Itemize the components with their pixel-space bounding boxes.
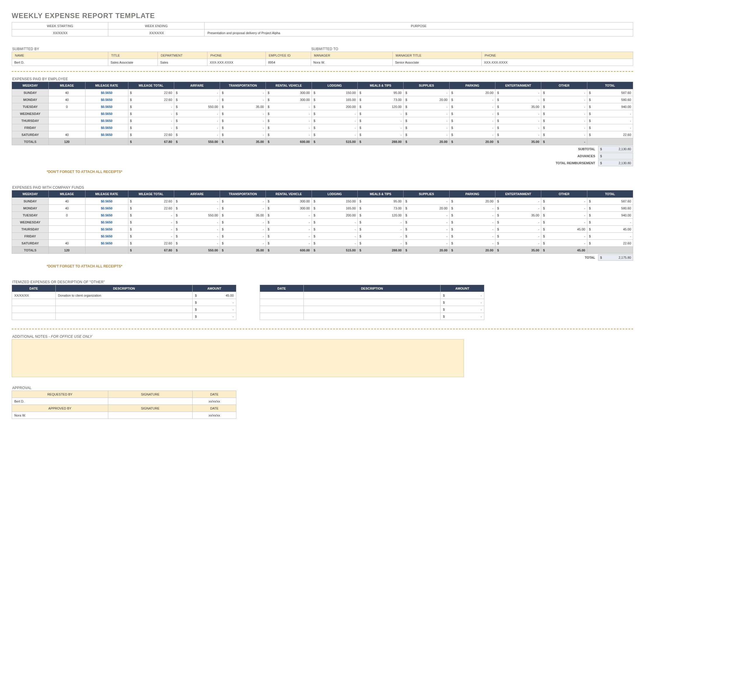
money-cell[interactable]: $- xyxy=(174,205,220,212)
money-cell[interactable]: $- xyxy=(174,96,220,103)
money-cell[interactable]: $- xyxy=(312,131,357,138)
sb-name[interactable]: Bert D. xyxy=(12,59,108,66)
mileage-cell[interactable] xyxy=(48,226,85,233)
money-cell[interactable]: $- xyxy=(128,103,174,110)
money-cell[interactable]: $150.00 xyxy=(312,89,357,96)
money-cell[interactable]: $200.00 xyxy=(312,212,357,219)
money-cell[interactable]: $- xyxy=(266,131,312,138)
money-cell[interactable]: $- xyxy=(541,117,587,124)
money-cell[interactable]: $- xyxy=(587,233,633,240)
requested-signature[interactable] xyxy=(108,398,193,405)
money-cell[interactable]: $95.00 xyxy=(358,198,403,205)
money-cell[interactable]: $- xyxy=(496,205,541,212)
money-cell[interactable]: $300.00 xyxy=(266,89,312,96)
money-cell[interactable]: $- xyxy=(312,110,357,117)
money-cell[interactable]: $35.00 xyxy=(496,138,541,145)
sb-title[interactable]: Sales Associate xyxy=(108,59,158,66)
money-cell[interactable]: $- xyxy=(496,124,541,131)
money-cell[interactable]: $22.60 xyxy=(128,96,174,103)
purpose-value[interactable]: Presentation and proposal delivery of Pr… xyxy=(205,30,633,36)
notes-box[interactable] xyxy=(12,339,464,377)
week-end-value[interactable]: XX/XX/XX xyxy=(108,30,205,36)
money-cell[interactable]: $35.00 xyxy=(496,247,541,254)
itemized-amount[interactable]: $- xyxy=(193,306,236,313)
money-cell[interactable]: $- xyxy=(174,240,220,247)
money-cell[interactable]: $- xyxy=(358,219,403,226)
money-cell[interactable]: $22.60 xyxy=(587,240,633,247)
money-cell[interactable]: $- xyxy=(449,233,495,240)
money-cell[interactable]: $22.60 xyxy=(587,131,633,138)
money-cell[interactable]: $- xyxy=(266,226,312,233)
money-cell[interactable]: $- xyxy=(449,240,495,247)
mileage-cell[interactable]: 0 xyxy=(48,212,85,219)
money-cell[interactable]: $- xyxy=(403,212,449,219)
itemized-amount[interactable]: $- xyxy=(440,292,484,299)
mileage-cell[interactable]: 40 xyxy=(48,240,85,247)
money-cell[interactable]: $- xyxy=(449,219,495,226)
money-cell[interactable]: $22.60 xyxy=(128,89,174,96)
money-cell[interactable]: $- xyxy=(587,219,633,226)
money-cell[interactable]: $- xyxy=(312,240,357,247)
money-cell[interactable]: $- xyxy=(266,124,312,131)
itemized-desc[interactable] xyxy=(55,313,192,320)
money-cell[interactable]: $20.00 xyxy=(403,138,449,145)
money-cell[interactable]: $- xyxy=(449,124,495,131)
money-cell[interactable]: $- xyxy=(403,103,449,110)
money-cell[interactable]: $- xyxy=(496,233,541,240)
money-cell[interactable]: $- xyxy=(449,117,495,124)
money-cell[interactable]: $- xyxy=(358,117,403,124)
money-cell[interactable]: $- xyxy=(266,219,312,226)
money-cell[interactable]: $35.00 xyxy=(496,212,541,219)
money-cell[interactable]: $- xyxy=(587,117,633,124)
money-cell[interactable]: $- xyxy=(312,219,357,226)
mileage-cell[interactable]: 0 xyxy=(48,103,85,110)
approved-date[interactable]: xx/xx/xx xyxy=(193,412,236,419)
itemized-date[interactable] xyxy=(12,299,56,306)
money-cell[interactable]: $- xyxy=(496,110,541,117)
money-cell[interactable]: $- xyxy=(220,226,266,233)
mileage-cell[interactable]: 40 xyxy=(48,131,85,138)
money-cell[interactable]: $- xyxy=(220,131,266,138)
money-cell[interactable]: $73.00 xyxy=(358,205,403,212)
money-cell[interactable]: $20.00 xyxy=(449,247,495,254)
money-cell[interactable]: $73.00 xyxy=(358,96,403,103)
money-cell[interactable]: $- xyxy=(541,103,587,110)
money-cell[interactable]: $- xyxy=(541,110,587,117)
itemized-amount[interactable]: $- xyxy=(440,299,484,306)
money-cell[interactable]: $- xyxy=(541,205,587,212)
money-cell[interactable]: $45.00 xyxy=(541,226,587,233)
money-cell[interactable]: $20.00 xyxy=(403,96,449,103)
money-cell[interactable]: $550.00 xyxy=(174,212,220,219)
money-cell[interactable]: $- xyxy=(449,110,495,117)
money-cell[interactable]: $- xyxy=(449,205,495,212)
money-cell[interactable]: $45.00 xyxy=(587,226,633,233)
itemized-amount[interactable]: $- xyxy=(193,299,236,306)
money-cell[interactable]: $- xyxy=(449,226,495,233)
itemized-desc[interactable] xyxy=(304,299,440,306)
money-cell[interactable]: $- xyxy=(541,138,587,145)
money-cell[interactable]: $- xyxy=(449,103,495,110)
money-cell[interactable]: $- xyxy=(174,117,220,124)
money-cell[interactable]: $515.00 xyxy=(312,138,357,145)
money-cell[interactable]: $- xyxy=(403,233,449,240)
money-cell[interactable]: $- xyxy=(266,117,312,124)
money-cell[interactable]: $- xyxy=(220,240,266,247)
money-cell[interactable]: $- xyxy=(358,240,403,247)
money-cell[interactable]: $- xyxy=(449,96,495,103)
itemized-desc[interactable]: Donation to client organization xyxy=(55,292,192,299)
money-cell[interactable]: $- xyxy=(403,89,449,96)
money-cell[interactable]: $22.60 xyxy=(128,131,174,138)
itemized-date[interactable] xyxy=(260,313,304,320)
money-cell[interactable]: $515.00 xyxy=(312,247,357,254)
money-cell[interactable]: $580.60 xyxy=(587,96,633,103)
money-cell[interactable]: $- xyxy=(403,240,449,247)
money-cell[interactable]: $- xyxy=(496,219,541,226)
money-cell[interactable]: $45.00 xyxy=(541,247,587,254)
itemized-desc[interactable] xyxy=(55,306,192,313)
st-manager[interactable]: Nora W. xyxy=(311,59,393,66)
money-cell[interactable]: $288.00 xyxy=(358,247,403,254)
mileage-cell[interactable]: 40 xyxy=(48,89,85,96)
money-cell[interactable]: $35.00 xyxy=(496,103,541,110)
mileage-cell[interactable] xyxy=(48,219,85,226)
money-cell[interactable]: $587.60 xyxy=(587,198,633,205)
